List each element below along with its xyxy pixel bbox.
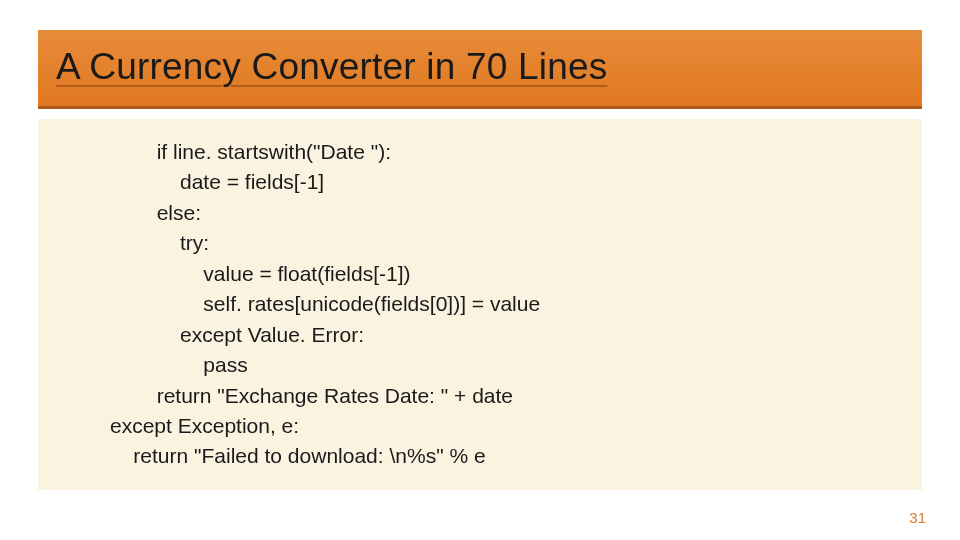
code-line: except Value. Error: (110, 320, 902, 350)
code-line: return "Failed to download: \n%s" % e (110, 441, 902, 471)
code-line: value = float(fields[-1]) (110, 259, 902, 289)
code-line: else: (110, 198, 902, 228)
slide-title: A Currency Converter in 70 Lines (56, 46, 904, 88)
slide-title-bar: A Currency Converter in 70 Lines (38, 30, 922, 109)
code-line: pass (110, 350, 902, 380)
code-line: if line. startswith("Date "): (110, 137, 902, 167)
code-line: self. rates[unicode(fields[0])] = value (110, 289, 902, 319)
code-line: try: (110, 228, 902, 258)
code-snippet: if line. startswith("Date "): date = fie… (38, 119, 922, 490)
code-line: except Exception, e: (110, 411, 902, 441)
page-number: 31 (909, 509, 926, 526)
code-line: return "Exchange Rates Date: " + date (110, 381, 902, 411)
code-line: date = fields[-1] (110, 167, 902, 197)
